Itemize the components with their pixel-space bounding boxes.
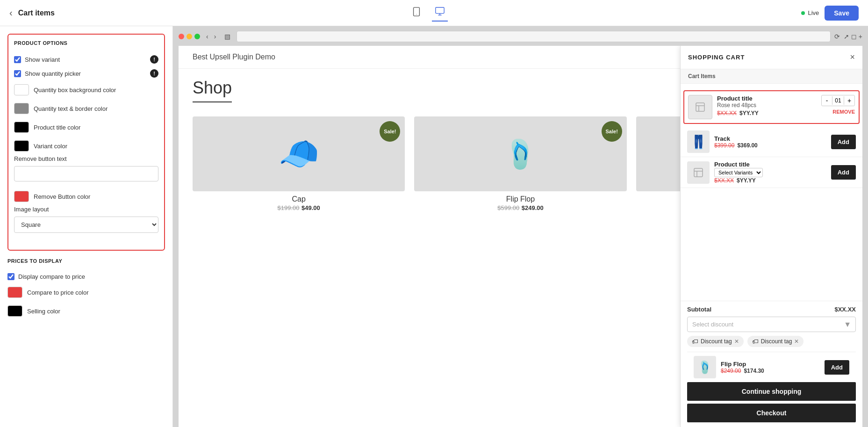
shop-hero-title: Shop [193,78,232,102]
selling-color-swatch[interactable] [7,305,22,317]
cart-item-new-price-1: $YY.YY [739,110,759,116]
cart-item-title-1: Product title [717,95,817,102]
live-dot [801,11,805,15]
upsell-title-track: Track [714,135,826,142]
show-variant-info-icon: ! [150,55,158,64]
product-card-flip: 🩴 Sale! Flip Flop $599.00 $249.00 [414,116,626,212]
variant-color-swatch[interactable] [14,140,29,152]
flipflop-details: Flip Flop $249.00 $174.30 [721,361,820,374]
upsell-prices-product2: $XX.XX $YY.YY [714,177,826,184]
product-price-new-flip: $249.00 [522,204,544,211]
cart-item-right-1: - 01 + REMOVE [821,95,855,115]
cart-item-prices-1: $XX.XX $YY.YY [717,110,817,116]
url-bar[interactable] [237,31,830,42]
product-price-old-flip: $599.00 [497,204,519,211]
cart-item-old-price-1: $XX.XX [717,110,737,116]
remove-btn-text-input[interactable]: REMOVE [14,166,158,181]
qty-value-1: 01 [832,96,844,105]
back-button[interactable]: ‹ [9,7,13,18]
flipflop-title: Flip Flop [721,361,820,368]
upsell-details-track: Track $399.00 $369.00 [714,135,826,149]
tablet-icon[interactable] [409,5,424,21]
qty-plus-1[interactable]: + [844,95,854,106]
page-title: Cart items [18,9,55,17]
discount-select[interactable]: Select discount [687,317,856,332]
product-title-color-swatch[interactable] [14,122,29,133]
qty-control-1: - 01 + [821,95,855,106]
discount-tag-1: 🏷 Discount tag ✕ [687,336,744,347]
qty-bg-color-swatch[interactable] [14,84,29,95]
back-nav-button[interactable]: ‹ [204,32,211,41]
compare-price-color-swatch[interactable] [7,287,22,298]
qty-text-border-swatch[interactable] [14,103,29,114]
cart-close-button[interactable]: × [850,52,855,62]
qty-minus-1[interactable]: - [822,95,832,106]
upsell-variant-select[interactable]: Select Variants [714,168,763,177]
cart-title: SHOPPING CART [688,54,745,61]
show-variant-checkbox[interactable] [14,56,21,63]
bookmark-button[interactable]: ◻ [851,33,857,40]
upsell-new-price-product2: $YY.YY [737,177,756,184]
cart-body: Product title Rose red 48pcs $XX.XX $YY.… [681,84,862,301]
tag-close-2[interactable]: ✕ [794,338,799,345]
remove-btn-text-label: Remove button text [14,155,158,162]
live-label: Live [808,9,819,16]
product-name-flip: Flip Flop [414,195,626,203]
show-quantity-info-icon: ! [150,69,158,78]
flipflop-upsell: 🩴 Flip Flop $249.00 $174.30 Add [687,352,856,382]
show-variant-label[interactable]: Show variant [14,56,60,63]
tag-close-1[interactable]: ✕ [734,338,739,345]
image-layout-select[interactable]: Square [14,217,158,233]
product-card-cap: 🧢 Sale! Cap $199.00 $49.00 [193,116,405,212]
upsell-details-product2: Product title Select Variants $XX.XX $YY… [714,161,826,184]
add-button-flipflop[interactable]: Add [825,360,849,375]
subtotal-value: $XX.XX [834,306,856,313]
tl-red[interactable] [179,34,184,39]
add-button-track[interactable]: Add [831,135,856,149]
cart-item-1: Product title Rose red 48pcs $XX.XX $YY.… [683,90,860,124]
product-img-cap: 🧢 Sale! [193,116,405,191]
tl-green[interactable] [194,34,200,39]
upsell-new-price-track: $369.00 [737,142,757,149]
variant-color-row: Variant color [14,137,158,155]
top-bar-right: Live Save [801,6,859,21]
remove-button-1[interactable]: REMOVE [832,109,855,115]
top-bar-left: ‹ Cart items [9,7,55,18]
layout-button[interactable]: ▧ [222,32,233,41]
show-quantity-checkbox[interactable] [14,70,21,77]
svg-rect-0 [413,7,419,16]
tag-icon-1: 🏷 [692,338,698,345]
upsell-img-track: 👖 [687,130,710,153]
browser-actions: ➚ ◻ + [844,33,862,40]
new-tab-button[interactable]: + [859,33,862,40]
remove-btn-color-swatch[interactable] [14,191,29,202]
flipflop-new-price: $174.30 [744,368,764,374]
tl-yellow[interactable] [187,34,192,39]
save-button[interactable]: Save [825,6,859,21]
nav-buttons: ‹ › [204,32,218,41]
product-options: PRODUCT OPTIONS Show variant ! Show quan… [14,40,158,233]
sale-badge-cap: Sale! [380,121,400,142]
product-title-color-row: Product title color [14,118,158,137]
shop-header-title: Best Upsell Plugin Demo [193,53,275,61]
checkout-button[interactable]: Checkout [687,404,856,422]
display-compare-checkbox[interactable] [7,273,14,280]
refresh-button[interactable]: ⟳ [834,33,840,40]
desktop-icon[interactable] [432,4,448,22]
show-quantity-label[interactable]: Show quantity picker [14,70,81,77]
forward-nav-button[interactable]: › [212,32,219,41]
display-compare-label[interactable]: Display compare to price [7,273,85,280]
cart-panel: SHOPPING CART × Cart Items P [680,46,862,427]
qty-text-border-row: Quantity text & border color [14,99,158,118]
section-title-prices: PRICES TO DISPLAY [7,258,165,264]
continue-shopping-button[interactable]: Continue shopping [687,382,856,401]
add-button-product2[interactable]: Add [831,165,856,180]
browser-chrome: ‹ › ▧ ⟳ ➚ ◻ + Best Upsell Plugin Demo [173,26,868,427]
share-button[interactable]: ➚ [844,33,849,40]
svg-rect-8 [694,168,703,177]
qty-bg-color-row: Quantity box background color [14,80,158,99]
cart-footer: Subtotal $XX.XX Select discount ▼ [681,301,862,427]
upsell-old-price-product2: $XX.XX [714,177,734,184]
top-bar: ‹ Cart items Live Save [0,0,868,26]
upsell-img-product2 [687,161,710,184]
